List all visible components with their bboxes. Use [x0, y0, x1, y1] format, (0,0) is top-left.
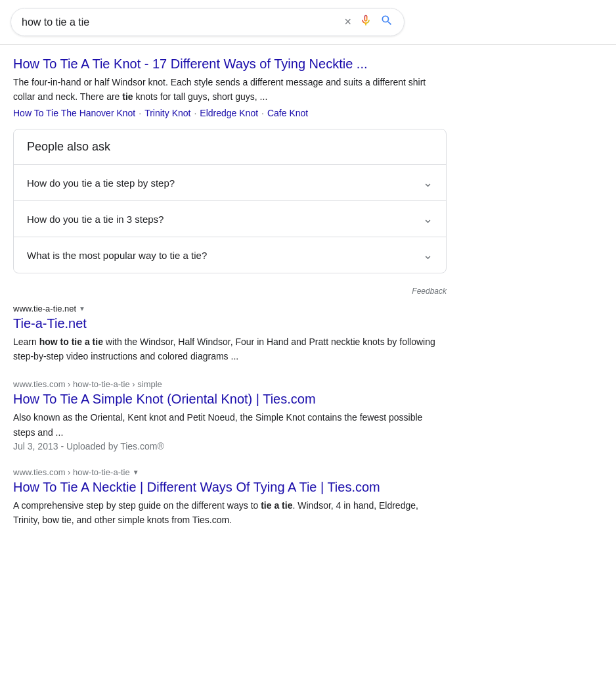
result-1-sublinks: How To Tie The Hanover Knot·Trinity Knot… [13, 108, 447, 118]
result-2-title[interactable]: Tie-a-Tie.net [13, 315, 447, 332]
result-2-url: www.tie-a-tie.net [13, 304, 76, 313]
sublink-cafe[interactable]: Cafe Knot [267, 108, 308, 118]
result-2-snippet-before: Learn [13, 336, 39, 347]
paa-chevron-1: ⌄ [423, 175, 433, 190]
result-4-snippet-before: A comprehensive step by step guide on th… [13, 500, 261, 511]
result-4-title[interactable]: How To Tie A Necktie | Different Ways Of… [13, 478, 447, 496]
sublink-eldredge[interactable]: Eldredge Knot [200, 108, 258, 118]
feedback-text[interactable]: Feedback [13, 284, 447, 304]
result-3-breadcrumb: › how-to-tie-a-tie › simple [65, 379, 162, 389]
paa-question-3: What is the most popular way to tie a ti… [27, 250, 207, 261]
result-4: www.ties.com › how-to-tie-a-tie ▼ How To… [13, 467, 447, 527]
result-1-snippet-after: knots for tall guys, short guys, ... [133, 91, 268, 102]
result-4-url-row: www.ties.com › how-to-tie-a-tie ▼ [13, 467, 447, 477]
sublink-hanover[interactable]: How To Tie The Hanover Knot [13, 108, 135, 118]
result-2-snippet-bold: how to tie a tie [39, 336, 103, 347]
result-3-snippet: Also known as the Oriental, Kent knot an… [13, 410, 447, 439]
sep-2: · [194, 108, 196, 118]
paa-question-1: How do you tie a tie step by step? [27, 177, 175, 189]
result-2-url-row: www.tie-a-tie.net ▼ [13, 304, 447, 313]
result-1-title[interactable]: How To Tie A Tie Knot - 17 Different Way… [13, 57, 368, 71]
result-3-url-row: www.ties.com › how-to-tie-a-tie › simple [13, 379, 447, 389]
mic-icon[interactable] [359, 14, 372, 30]
search-input[interactable] [22, 16, 344, 28]
main-content: How To Tie A Tie Knot - 17 Different Way… [0, 45, 460, 553]
search-icons: × [344, 14, 393, 30]
search-bar: × [11, 8, 405, 36]
result-4-snippet: A comprehensive step by step guide on th… [13, 498, 447, 527]
result-3-url: www.ties.com › how-to-tie-a-tie › simple [13, 379, 162, 389]
result-4-url: www.ties.com › how-to-tie-a-tie [13, 467, 130, 477]
result-3: www.ties.com › how-to-tie-a-tie › simple… [13, 379, 447, 451]
paa-title: People also ask [14, 129, 446, 165]
paa-question-2: How do you tie a tie in 3 steps? [27, 214, 164, 225]
result-3-date: Jul 3, 2013 - Uploaded by Ties.com® [13, 441, 447, 452]
paa-item-1[interactable]: How do you tie a tie step by step? ⌄ [14, 165, 446, 201]
sep-1: · [139, 108, 141, 118]
close-icon[interactable]: × [344, 15, 351, 29]
result-1-snippet: The four-in-hand or half Windsor knot. E… [13, 75, 447, 104]
sep-3: · [261, 108, 264, 118]
paa-item-2[interactable]: How do you tie a tie in 3 steps? ⌄ [14, 201, 446, 237]
result-4-dropdown-icon[interactable]: ▼ [133, 469, 139, 476]
result-2: www.tie-a-tie.net ▼ Tie-a-Tie.net Learn … [13, 304, 447, 363]
result-2-dropdown-icon[interactable]: ▼ [79, 305, 85, 312]
sublink-trinity[interactable]: Trinity Knot [144, 108, 190, 118]
result-4-snippet-bold: tie a tie [261, 500, 292, 511]
search-submit-icon[interactable] [380, 14, 393, 30]
result-1-snippet-bold: tie [122, 91, 133, 102]
result-1: How To Tie A Tie Knot - 17 Different Way… [13, 55, 447, 118]
paa-item-3[interactable]: What is the most popular way to tie a ti… [14, 237, 446, 273]
result-3-title[interactable]: How To Tie A Simple Knot (Oriental Knot)… [13, 390, 447, 407]
search-bar-container: × [0, 0, 616, 45]
result-4-breadcrumb: › how-to-tie-a-tie [65, 467, 129, 477]
people-also-ask-box: People also ask How do you tie a tie ste… [13, 129, 447, 273]
paa-chevron-2: ⌄ [423, 212, 433, 226]
result-2-snippet: Learn how to tie a tie with the Windsor,… [13, 335, 447, 363]
paa-chevron-3: ⌄ [423, 248, 433, 262]
